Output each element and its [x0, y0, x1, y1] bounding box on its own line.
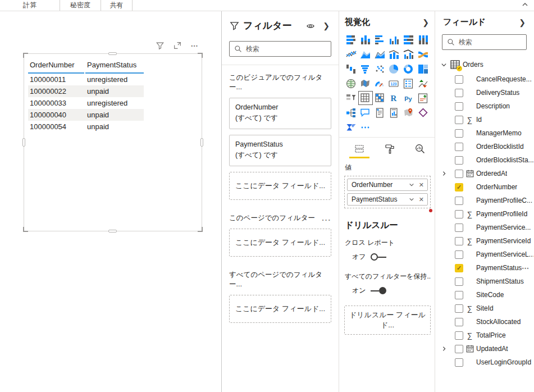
table-row[interactable]: 100000011unregistered: [28, 74, 144, 85]
field-well-ordernumber[interactable]: OrderNumber✕: [347, 179, 428, 191]
collapse-pane-chevron-right-icon[interactable]: ❯: [322, 21, 331, 30]
field-checkbox[interactable]: [455, 277, 463, 286]
field-item-siteid[interactable]: ∑SiteId: [441, 302, 533, 315]
smart-narrative-icon[interactable]: [373, 106, 386, 119]
field-well-paymentstatus[interactable]: PaymentStatus✕: [347, 193, 428, 206]
field-item-userlogingroupid[interactable]: UserLoginGroupId: [441, 355, 533, 369]
table-icon[interactable]: [359, 92, 372, 104]
area-chart-icon[interactable]: [359, 48, 372, 61]
table-row[interactable]: 100000040unpaid: [28, 109, 144, 121]
filters-search-input[interactable]: 検索: [229, 41, 331, 57]
funnel-icon[interactable]: [359, 62, 372, 75]
filter-drop-zone[interactable]: ここにデータ フィールド...: [229, 229, 331, 257]
key-influencers-icon[interactable]: [416, 92, 430, 104]
field-item-paymentstatus[interactable]: PaymentStatus⋯: [441, 261, 533, 275]
field-checkbox[interactable]: [455, 291, 463, 299]
stacked-column-chart-icon[interactable]: [359, 33, 372, 46]
field-checkbox[interactable]: [455, 197, 463, 205]
resize-handle[interactable]: [200, 138, 203, 147]
table-row[interactable]: 100000033unregistered: [28, 97, 144, 109]
keep-filters-toggle[interactable]: [371, 287, 386, 294]
field-checkbox[interactable]: [455, 237, 463, 245]
card-icon[interactable]: 123: [387, 77, 401, 90]
chevron-down-icon[interactable]: [407, 197, 417, 202]
analytics-tab[interactable]: [410, 143, 430, 158]
get-more-visuals-icon[interactable]: [359, 121, 372, 134]
field-checkbox[interactable]: [455, 304, 463, 313]
remove-field-icon[interactable]: ✕: [417, 181, 426, 189]
chevron-up-icon[interactable]: [522, 1, 528, 8]
100-stacked-column-chart-icon[interactable]: [416, 33, 430, 46]
field-checkbox[interactable]: [455, 210, 463, 218]
column-header[interactable]: OrderNumber: [28, 58, 84, 74]
field-checkbox[interactable]: [455, 331, 463, 340]
field-checkbox[interactable]: [455, 183, 463, 192]
pie-chart-icon[interactable]: [387, 62, 401, 75]
clustered-bar-chart-icon[interactable]: [373, 33, 386, 46]
field-item-paymentservice[interactable]: PaymentService...: [441, 221, 533, 234]
field-item-description[interactable]: Description: [441, 99, 533, 113]
map-icon[interactable]: [344, 77, 358, 90]
q-and-a-icon[interactable]: [359, 106, 372, 119]
filter-card-paymentstatus[interactable]: PaymentStatus (すべて) です: [229, 135, 331, 166]
field-item-ordernumber[interactable]: OrderNumber: [441, 180, 533, 194]
field-item-orderblockliststa[interactable]: OrderBlocklistSta...: [441, 153, 533, 167]
field-item-orderedat[interactable]: OrderedAt: [441, 167, 533, 180]
line-and-stacked-column-chart-icon[interactable]: [387, 48, 401, 61]
field-item-paymentserviceid[interactable]: ∑PaymentServiceId: [441, 234, 533, 248]
resize-handle[interactable]: [108, 230, 117, 233]
collapse-pane-chevron-right-icon[interactable]: ❯: [421, 18, 430, 27]
ribbon-chart-icon[interactable]: [416, 48, 430, 61]
stacked-area-chart-icon[interactable]: [373, 48, 386, 61]
power-automate-icon[interactable]: [344, 121, 358, 134]
expand-chevron-right-icon[interactable]: [441, 346, 449, 352]
chevron-down-icon[interactable]: [441, 62, 448, 68]
resize-handle[interactable]: [22, 138, 25, 147]
power-apps-icon[interactable]: [416, 106, 430, 119]
clustered-column-chart-icon[interactable]: [387, 33, 401, 46]
resize-handle[interactable]: [108, 52, 117, 55]
filter-icon[interactable]: [155, 40, 165, 51]
drillthrough-drop-zone[interactable]: ドリルスルー フィールド...: [344, 306, 431, 335]
line-and-clustered-column-chart-icon[interactable]: [402, 48, 416, 61]
field-item-id[interactable]: ∑Id: [441, 113, 533, 126]
field-item-updatedat[interactable]: UpdatedAt: [441, 342, 533, 355]
ribbon-tab-share[interactable]: 共有: [101, 0, 133, 11]
field-item-paymentservicel[interactable]: PaymentServiceL...: [441, 248, 533, 261]
format-tab[interactable]: [380, 143, 400, 158]
field-checkbox[interactable]: [455, 264, 463, 272]
column-header[interactable]: PaymentStatus: [85, 58, 144, 74]
table-row[interactable]: 100000022unpaid: [28, 85, 144, 97]
more-options-icon[interactable]: ⋯: [190, 40, 200, 51]
python-visual-icon[interactable]: Py: [402, 92, 416, 104]
table-node-orders[interactable]: ✓ Orders: [441, 58, 533, 71]
field-item-totalprice[interactable]: ∑TotalPrice: [441, 329, 533, 342]
field-checkbox[interactable]: [455, 318, 463, 326]
ribbon-tab-sensitivity[interactable]: 秘密度: [60, 0, 101, 11]
field-checkbox[interactable]: [455, 345, 463, 353]
resize-handle[interactable]: [198, 227, 203, 232]
field-item-deliverystatus[interactable]: DeliveryStatus: [441, 86, 533, 99]
focus-mode-icon[interactable]: [172, 40, 182, 51]
kpi-icon[interactable]: [416, 77, 430, 90]
resize-handle[interactable]: [23, 53, 28, 58]
fields-search-input[interactable]: 検索: [442, 34, 527, 50]
filled-map-icon[interactable]: [359, 77, 372, 90]
report-canvas[interactable]: ⋯ OrderNumber PaymentStatus 100000011unr…: [0, 11, 222, 392]
treemap-icon[interactable]: [416, 62, 430, 75]
field-checkbox[interactable]: [455, 156, 463, 165]
field-checkbox[interactable]: [455, 143, 463, 151]
fields-tab[interactable]: [349, 143, 369, 158]
ribbon-tab-calculation[interactable]: 計算: [0, 0, 60, 11]
field-checkbox[interactable]: [455, 116, 463, 124]
field-item-shipmentstatus[interactable]: ShipmentStatus: [441, 275, 533, 288]
field-item-stockallocated[interactable]: StockAllocated: [441, 315, 533, 329]
filter-drop-zone[interactable]: ここにデータ フィールド...: [229, 295, 331, 323]
matrix-icon[interactable]: [373, 92, 386, 104]
r-script-visual-icon[interactable]: R: [387, 92, 401, 104]
filter-drop-zone[interactable]: ここにデータ フィールド...: [229, 172, 331, 200]
more-options-icon[interactable]: ...: [322, 214, 331, 222]
table-row[interactable]: 100000054unpaid: [28, 121, 144, 133]
more-options-icon[interactable]: ⋯: [522, 264, 533, 272]
gauge-icon[interactable]: [373, 77, 386, 90]
